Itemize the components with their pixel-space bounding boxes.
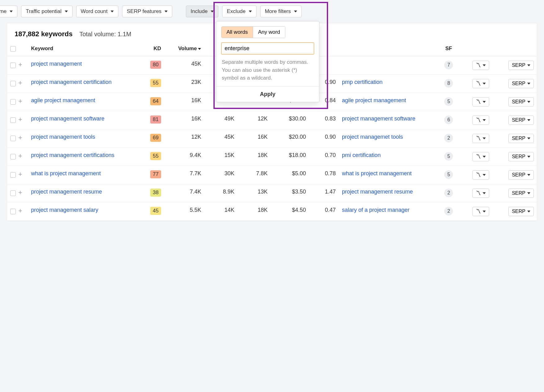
chevron-down-icon [527,192,530,194]
parent-topic-link[interactable]: pmi certification [342,152,381,158]
trend-icon: 〽 [476,172,481,178]
serp-button[interactable]: SERP [508,152,534,161]
serp-button[interactable]: SERP [508,115,534,125]
trend-button[interactable]: 〽 [472,134,489,143]
keyword-link[interactable]: project management salary [31,207,98,213]
filter-more-label: More filters [265,8,291,15]
parent-topic-link[interactable]: project management resume [342,189,413,195]
table-row: + project management salary 45 5.5K 14K … [7,203,537,221]
all-words-toggle[interactable]: All words [222,27,253,38]
row-checkbox[interactable] [10,154,16,159]
tp-cell: 7.8K [238,166,271,184]
sf-badge[interactable]: 5 [444,170,453,179]
filter-exclude[interactable]: Exclude [222,6,256,17]
trend-button[interactable]: 〽 [472,207,489,216]
trend-button[interactable]: 〽 [472,189,489,198]
parent-topic-link[interactable]: project management software [342,115,415,122]
row-checkbox[interactable] [10,117,16,123]
parent-topic-link[interactable]: agile project management [342,97,406,103]
expand-icon[interactable]: + [18,207,22,215]
sf-badge[interactable]: 2 [444,189,453,197]
filter-traffic-potential[interactable]: Traffic potential [21,6,72,17]
apply-button[interactable]: Apply [216,86,319,102]
trend-button[interactable]: 〽 [472,79,489,88]
col-sf[interactable]: SF [437,41,461,56]
trend-button[interactable]: 〽 [472,115,489,125]
sf-badge[interactable]: 5 [444,97,453,106]
parent-topic-link[interactable]: project managemet tools [342,134,403,140]
serp-label: SERP [512,190,525,196]
keyword-link[interactable]: project management resume [31,189,102,195]
volume-cell: 16K [164,93,204,111]
parent-topic-link[interactable]: what is project management [342,170,412,176]
filter-more[interactable]: More filters [260,6,302,17]
chevron-down-icon [483,64,486,66]
kd-badge: 81 [150,115,161,124]
col-volume[interactable]: Volume [164,41,204,56]
sf-badge[interactable]: 2 [444,134,453,142]
expand-icon[interactable]: + [18,97,22,105]
expand-icon[interactable]: + [18,152,22,160]
expand-icon[interactable]: + [18,115,22,123]
sf-badge[interactable]: 2 [444,207,453,216]
sf-badge[interactable]: 7 [444,61,453,69]
row-checkbox[interactable] [10,136,16,141]
col-keyword[interactable]: Keyword [28,41,138,56]
row-checkbox[interactable] [10,99,16,105]
serp-button[interactable]: SERP [508,79,534,88]
any-word-toggle[interactable]: Any word [253,27,285,38]
volume-cell: 7.7K [164,166,204,184]
filter-word-count[interactable]: Word count [76,6,119,17]
cpc-cell: $20.00 [271,129,309,148]
serp-label: SERP [512,154,525,159]
chevron-down-icon [483,211,486,212]
serp-button[interactable]: SERP [508,97,534,107]
filter-serp-features[interactable]: SERP features [122,6,172,17]
expand-icon[interactable]: + [18,189,22,196]
keyword-link[interactable]: project management software [31,115,104,122]
serp-button[interactable]: SERP [508,61,534,70]
keyword-link[interactable]: what is project management [31,170,101,176]
serp-button[interactable]: SERP [508,134,534,143]
expand-icon[interactable]: + [18,79,22,87]
keyword-link[interactable]: project management certifications [31,152,114,158]
expand-icon[interactable]: + [18,61,22,68]
serp-button[interactable]: SERP [508,170,534,180]
filter-sf-label: SERP features [127,8,161,15]
serp-button[interactable]: SERP [508,189,534,198]
parent-topic-link[interactable]: pmp certification [342,79,383,85]
expand-icon[interactable]: + [18,134,22,142]
expand-icon[interactable]: + [18,170,22,178]
row-checkbox[interactable] [10,81,16,86]
filter-tp-label: Traffic potential [26,8,61,15]
keyword-link[interactable]: project management certification [31,79,112,85]
trend-button[interactable]: 〽 [472,170,489,180]
sf-badge[interactable]: 6 [444,115,453,124]
row-checkbox[interactable] [10,172,16,178]
serp-button[interactable]: SERP [508,207,534,216]
row-checkbox[interactable] [10,209,16,214]
gv-cell: 49K [204,111,237,129]
keyword-link[interactable]: project management [31,61,82,67]
chevron-down-icon [527,137,530,139]
keyword-link[interactable]: agile project management [31,97,95,103]
trend-button[interactable]: 〽 [472,97,489,107]
row-checkbox[interactable] [10,63,16,68]
sf-badge[interactable]: 8 [444,79,453,88]
trend-button[interactable]: 〽 [472,152,489,161]
include-words-input[interactable] [221,42,314,54]
chevron-down-icon [483,174,486,176]
keyword-link[interactable]: project management tools [31,134,95,140]
table-row: + project management resume 38 7.4K 8.9K… [7,184,537,203]
col-parent[interactable] [339,41,437,56]
select-all-checkbox[interactable] [10,46,16,52]
sf-badge[interactable]: 5 [444,152,453,161]
trend-button[interactable]: 〽 [472,61,489,70]
filter-volume[interactable]: olume [0,6,17,17]
table-row: + project management software 81 16K 49K… [7,111,537,129]
kd-badge: 80 [150,61,161,69]
parent-topic-link[interactable]: salary of a project manager [342,207,410,213]
filter-include[interactable]: Include [186,6,218,17]
row-checkbox[interactable] [10,190,16,196]
col-kd[interactable]: KD [139,41,164,56]
